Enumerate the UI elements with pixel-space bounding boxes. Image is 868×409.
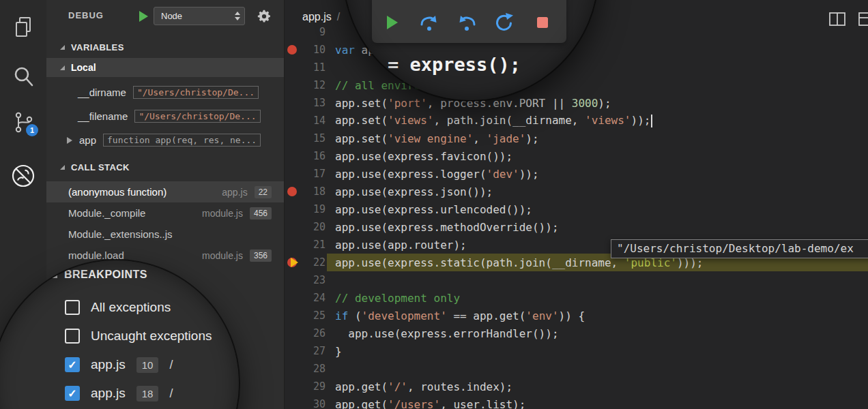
gutter-line-9[interactable]: [285, 23, 301, 41]
breakpoint-item-0[interactable]: All exceptions: [65, 293, 212, 322]
stop-icon: [532, 12, 553, 33]
gutter-line-12[interactable]: [285, 76, 301, 94]
code-text[interactable]: app.get('/users', user.list);: [326, 398, 525, 409]
lens-breakpoints-label: BREAKPOINTS: [64, 269, 147, 281]
gutter-line-19[interactable]: [285, 200, 301, 218]
gutter-line-10[interactable]: [285, 41, 301, 59]
callstack-section-header[interactable]: CALL STACK: [46, 158, 284, 176]
code-token: app.get(: [335, 398, 388, 409]
gear-icon: [257, 9, 272, 24]
gutter-line-13[interactable]: [285, 94, 301, 112]
variable-row-__filename[interactable]: __filename"/Users/christop/De...: [46, 104, 284, 128]
stack-frame-1[interactable]: Module._compilemodule.js456: [46, 202, 284, 224]
code-text[interactable]: // development only: [326, 292, 460, 305]
code-text[interactable]: app.use(express.errorHandler());: [326, 327, 559, 340]
stack-frame-3[interactable]: module.loadmodule.js356: [46, 245, 284, 266]
code-token: app.set(: [335, 114, 388, 127]
editor-title: app.js/: [302, 11, 340, 23]
start-debug-button[interactable]: [139, 11, 148, 22]
code-token: if: [335, 309, 348, 322]
code-text[interactable]: app.use(app.router);: [326, 239, 467, 252]
code-token: ,: [473, 132, 486, 145]
code-token: )) {: [559, 309, 585, 322]
breakpoint-line-badge: 18: [136, 386, 159, 402]
search-icon: [12, 64, 35, 89]
line-number: 15: [301, 132, 326, 145]
gutter-line-20[interactable]: [285, 218, 301, 236]
frame-file: module.js: [202, 208, 243, 219]
breakpoint-item-3[interactable]: app.js18/: [65, 379, 212, 408]
gutter-line-25[interactable]: [285, 307, 301, 324]
checkbox[interactable]: [65, 386, 80, 401]
code-line-18: 18app.use(express.json());: [285, 183, 868, 200]
variable-row-__dirname[interactable]: __dirname"/Users/christop/De...: [46, 80, 284, 104]
gutter-line-29[interactable]: [285, 378, 301, 395]
gutter-line-27[interactable]: [285, 342, 301, 360]
git-changes-badge: 1: [26, 124, 38, 136]
gutter-line-18[interactable]: [285, 183, 301, 200]
code-text[interactable]: app.use(express.urlencoded());: [326, 203, 532, 216]
files-icon: [12, 15, 35, 40]
restart-button[interactable]: [493, 12, 515, 33]
stop-button[interactable]: [532, 12, 553, 33]
variable-row-app[interactable]: appfunction app(req, res, ne...: [46, 128, 284, 152]
code-token: 'views': [585, 114, 631, 127]
code-text[interactable]: }: [326, 345, 342, 358]
step-out-button[interactable]: [456, 12, 478, 33]
text-cursor: [651, 115, 652, 127]
checkbox[interactable]: [65, 329, 80, 344]
continue-button[interactable]: [380, 12, 402, 33]
gutter-line-21[interactable]: [285, 236, 301, 254]
breakpoint-item-2[interactable]: app.js10/: [65, 350, 212, 379]
frame-file: module.js: [202, 250, 243, 261]
code-text[interactable]: app.get('/', routes.index);: [326, 380, 512, 393]
debug-config-select[interactable]: Node: [154, 7, 245, 25]
code-text[interactable]: app.use(express.methodOverride());: [326, 221, 559, 234]
code-token: }: [335, 345, 342, 358]
activitybar-search-button[interactable]: [0, 61, 46, 91]
gutter-line-26[interactable]: [285, 324, 301, 342]
code-token: app.get(: [335, 380, 388, 393]
line-number: 23: [301, 274, 326, 286]
gutter-line-14[interactable]: [285, 112, 301, 130]
gutter-line-30[interactable]: [285, 395, 301, 409]
variable-value: function app(req, res, ne...: [103, 134, 261, 147]
checkbox[interactable]: [65, 300, 80, 315]
lens-breakpoints-header[interactable]: BREAKPOINTS: [51, 269, 147, 281]
activitybar-debug-button[interactable]: [0, 161, 46, 191]
activitybar-git-button[interactable]: 1: [0, 108, 46, 138]
line-number: 20: [301, 221, 326, 233]
gutter-line-22[interactable]: [285, 254, 301, 271]
gutter-line-16[interactable]: [285, 147, 301, 165]
variables-section-header[interactable]: VARIABLES: [46, 38, 284, 56]
gutter-line-23[interactable]: [285, 271, 301, 289]
code-text[interactable]: app.use(express.logger('dev'));: [326, 168, 539, 181]
debug-icon: [9, 162, 38, 190]
gutter-line-24[interactable]: [285, 289, 301, 307]
code-text[interactable]: app.set('view engine', 'jade');: [326, 132, 539, 145]
code-text[interactable]: app.use(express.favicon());: [326, 150, 512, 163]
stack-frame-2[interactable]: Module._extensions..js: [46, 224, 284, 245]
code-line-12: 12// all environments: [285, 76, 868, 94]
variable-value: "/Users/christop/De...: [134, 110, 260, 123]
twistie-icon: [60, 165, 65, 170]
activitybar-files-button[interactable]: [0, 12, 46, 42]
code-text[interactable]: if ('development' == app.get('env')) {: [326, 309, 585, 322]
configure-gear-button[interactable]: [257, 9, 272, 24]
line-number: 10: [301, 44, 326, 56]
gutter-line-11[interactable]: [285, 59, 301, 76]
code-token: ));: [631, 114, 651, 127]
gutter-line-28[interactable]: [285, 360, 301, 378]
scope-local-row[interactable]: Local: [46, 58, 284, 77]
code-text[interactable]: app.use(express.json());: [326, 185, 493, 198]
gutter-line-15[interactable]: [285, 130, 301, 147]
code-text[interactable]: app.set('views', path.join(__dirname, 'v…: [326, 114, 652, 127]
frame-name: Module._compile: [68, 207, 195, 219]
step-over-button[interactable]: [418, 12, 440, 33]
checkbox[interactable]: [65, 357, 80, 372]
code-token: );: [598, 97, 611, 110]
stack-frame-0[interactable]: (anonymous function)app.js22: [46, 181, 284, 202]
code-token: app.use(express.static(path.join(__dirna…: [335, 256, 624, 269]
breakpoint-item-1[interactable]: Uncaught exceptions: [65, 322, 212, 350]
gutter-line-17[interactable]: [285, 165, 301, 183]
